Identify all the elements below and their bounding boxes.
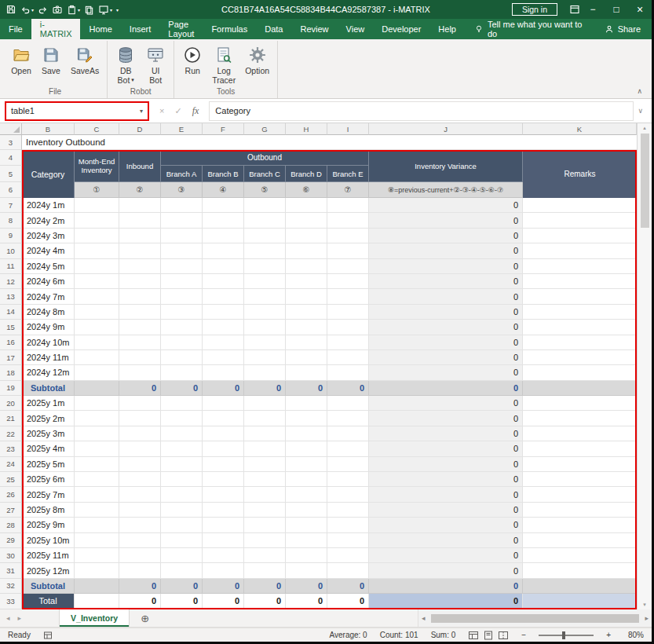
option-button[interactable]: Option [240, 42, 274, 77]
header-month-end-inventory[interactable]: Month-End Inventory [75, 150, 119, 182]
cell[interactable] [75, 198, 119, 213]
cell[interactable] [327, 396, 369, 411]
cell[interactable] [327, 563, 369, 578]
row-number[interactable]: 29 [0, 533, 22, 548]
cell[interactable] [75, 350, 119, 365]
remarks-cell[interactable] [523, 594, 637, 609]
variance-cell[interactable]: 0 [369, 305, 523, 320]
cell[interactable] [119, 320, 161, 335]
column-header[interactable]: E [161, 123, 203, 135]
cell[interactable] [327, 472, 369, 487]
qat-camera-button[interactable] [51, 3, 64, 16]
cell[interactable]: 0 [203, 594, 244, 609]
cell[interactable] [327, 441, 369, 456]
row-label-cell[interactable]: 2025y 8m [22, 503, 75, 518]
row-number[interactable]: 5 [0, 166, 22, 182]
scroll-down-arrow-icon[interactable]: ▾ [643, 602, 646, 608]
cell[interactable] [327, 198, 369, 213]
cell[interactable] [161, 350, 203, 365]
cell[interactable] [119, 548, 161, 563]
qat-copy-button[interactable] [83, 4, 95, 16]
cell[interactable] [161, 533, 203, 548]
cell[interactable] [203, 441, 244, 456]
remarks-cell[interactable] [523, 335, 637, 350]
cell[interactable] [119, 563, 161, 578]
cell[interactable] [286, 503, 327, 518]
zoom-in-button[interactable]: + [606, 631, 611, 639]
name-box[interactable]: table1 ▾ [5, 101, 149, 121]
remarks-cell[interactable] [523, 533, 637, 548]
cell[interactable] [75, 457, 119, 472]
remarks-cell[interactable] [523, 441, 637, 456]
cell[interactable] [161, 457, 203, 472]
row-number[interactable]: 22 [0, 426, 22, 441]
cell[interactable] [327, 518, 369, 532]
header-colnum-6[interactable]: ⑥ [286, 182, 327, 198]
row-label-cell[interactable]: 2025y 6m [22, 472, 75, 487]
qat-customize-button[interactable]: ▾ [115, 6, 119, 13]
cell[interactable] [286, 487, 327, 502]
cell[interactable] [203, 503, 244, 518]
cell[interactable] [75, 335, 119, 350]
cell[interactable] [286, 441, 327, 456]
cell[interactable] [286, 365, 327, 380]
cell[interactable] [203, 305, 244, 320]
cell[interactable] [286, 213, 327, 228]
cell[interactable] [161, 274, 203, 289]
cell[interactable] [75, 229, 119, 243]
row-label-cell[interactable]: 2024y 2m [22, 213, 75, 228]
header-colnum-2[interactable]: ② [119, 182, 161, 198]
cell[interactable]: 0 [161, 579, 203, 594]
cell[interactable] [119, 305, 161, 320]
row-number[interactable]: 9 [0, 229, 22, 243]
cell[interactable] [75, 213, 119, 228]
sign-in-button[interactable]: Sign in [512, 3, 557, 16]
variance-cell[interactable]: 0 [369, 426, 523, 441]
column-header[interactable]: B [22, 123, 75, 135]
cell[interactable] [244, 365, 286, 380]
cell[interactable] [286, 472, 327, 487]
cell[interactable]: 0 [161, 381, 203, 396]
remarks-cell[interactable] [523, 198, 637, 213]
cell[interactable] [119, 335, 161, 350]
cell[interactable] [161, 365, 203, 380]
variance-cell[interactable]: 0 [369, 411, 523, 426]
row-number[interactable]: 18 [0, 365, 22, 380]
cell[interactable] [327, 289, 369, 304]
qat-redo-button[interactable] [37, 4, 49, 16]
variance-cell[interactable]: 0 [369, 289, 523, 304]
hscroll-thumb[interactable] [431, 614, 640, 623]
ribbon-tab-insert[interactable]: Insert [121, 19, 160, 39]
remarks-cell[interactable] [523, 213, 637, 228]
row-number[interactable]: 31 [0, 563, 22, 578]
ribbon-tab-formulas[interactable]: Formulas [203, 19, 256, 39]
cell[interactable] [161, 243, 203, 258]
header-colnum-7[interactable]: ⑦ [327, 182, 369, 198]
cell[interactable] [244, 548, 286, 563]
qat-save-button[interactable] [5, 3, 17, 16]
row-label-cell[interactable]: 2024y 3m [22, 229, 75, 243]
row-label-cell[interactable]: 2025y 7m [22, 487, 75, 502]
variance-cell[interactable]: 0 [369, 350, 523, 365]
cell[interactable] [75, 518, 119, 532]
cell[interactable] [286, 396, 327, 411]
cell[interactable] [203, 548, 244, 563]
cell[interactable] [75, 259, 119, 274]
cell[interactable] [244, 426, 286, 441]
zoom-out-button[interactable]: − [521, 631, 526, 639]
cell[interactable] [119, 243, 161, 258]
cell[interactable] [286, 533, 327, 548]
row-number[interactable]: 14 [0, 305, 22, 320]
name-box-caret-icon[interactable]: ▾ [140, 108, 143, 115]
header-branch-a[interactable]: Branch A [161, 166, 203, 182]
column-header[interactable]: C [75, 123, 119, 135]
row-number[interactable]: 33 [0, 594, 22, 609]
cell[interactable] [203, 365, 244, 380]
cell[interactable] [286, 289, 327, 304]
cell[interactable] [203, 457, 244, 472]
row-label-cell[interactable]: 2025y 4m [22, 441, 75, 456]
cell[interactable] [286, 548, 327, 563]
cell[interactable] [119, 487, 161, 502]
cell[interactable] [119, 533, 161, 548]
row-number[interactable]: 10 [0, 243, 22, 258]
